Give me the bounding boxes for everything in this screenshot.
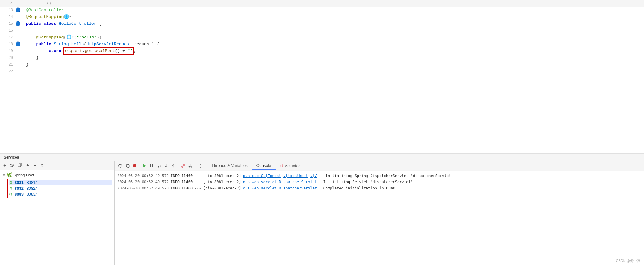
eye-button[interactable] (9, 163, 15, 168)
log-class-link-3[interactable]: o.s.web.servlet.DispatcherServlet (243, 185, 317, 191)
debug-icon-18: 🔵 (15, 41, 20, 48)
line-gutter-17: 17 (0, 34, 25, 41)
add-service-button[interactable]: + (2, 162, 7, 168)
bottom-panel: Services + × (0, 154, 644, 265)
link-button[interactable] (180, 163, 186, 168)
stop-button[interactable] (132, 163, 138, 168)
spring-leaf-icon: 🌿 (7, 172, 12, 177)
bottom-content: + × ▼ 🌿 (0, 161, 644, 265)
right-panel: ⋮ Threads & Variables Console ↺ Actuator… (115, 161, 644, 265)
sep2 (178, 163, 178, 168)
server-row-8083[interactable]: ⚙ 8083 :8083/ (9, 191, 112, 197)
code-line-17: 17 @GetMapping(🌐▾("/hello")) (0, 34, 644, 41)
step-out-button[interactable] (170, 163, 176, 168)
code-line-15: 15 🔵 public class HelloController { (0, 20, 644, 27)
console-output: 2024-05-20 00:52:49.572 INFO 11460 --- [… (115, 171, 644, 265)
svg-point-1 (11, 165, 12, 166)
line-gutter-18: 18 🔵 (0, 41, 25, 48)
gear-icon-8083: ⚙ (9, 192, 13, 197)
code-line-12: ·· 12 x) (0, 0, 644, 7)
server-list: ⚙ 8081 :8081/ ⚙ 8082 :8082/ ⚙ (0, 179, 114, 198)
server-group-box: ⚙ 8081 :8081/ ⚙ 8082 :8082/ ⚙ (7, 179, 113, 198)
run-button[interactable] (142, 163, 148, 168)
more-button[interactable]: ⋮ (197, 163, 203, 169)
line-gutter-15: 15 🔵 (0, 20, 25, 27)
port-link-8081[interactable]: :8081/ (25, 180, 37, 185)
code-line-13-text: @RestController (25, 7, 644, 14)
code-line-18-text: public String hello(HttpServletRequest r… (25, 41, 644, 48)
watermark: CSDN @何中弦 (616, 258, 640, 263)
code-line-22: 22 (0, 68, 644, 75)
code-line-21-text: } (25, 61, 644, 68)
svg-rect-6 (152, 164, 153, 167)
step-over-button[interactable] (156, 163, 162, 169)
gear-icon-8081: ⚙ (9, 180, 13, 185)
right-tabs: Threads & Variables Console ↺ Actuator (207, 162, 304, 170)
spring-boot-group: ▼ 🌿 Spring Boot ⚙ 8081 :8081/ (0, 171, 114, 199)
close-panel-button[interactable]: × (40, 162, 44, 168)
console-line-3: 2024-05-20 00:52:49.573 INFO 11460 --- [… (117, 185, 642, 191)
line-gutter-16: 16 (0, 27, 25, 34)
port-8083: 8083 (15, 192, 24, 197)
server-row-8081[interactable]: ⚙ 8081 :8081/ (9, 180, 112, 185)
port-link-8083[interactable]: :8083/ (25, 192, 37, 197)
code-line-17-text: @GetMapping(🌐▾("/hello")) (25, 34, 644, 41)
move-up-button[interactable] (25, 163, 30, 168)
code-line-19: 19 return request.getLocalPort() + ""; (0, 48, 644, 54)
svg-rect-5 (150, 164, 151, 167)
window-button[interactable] (17, 163, 23, 168)
port-8082: 8082 (15, 186, 24, 191)
sep1 (140, 163, 140, 168)
step-into-button[interactable] (163, 163, 169, 168)
port-link-8082[interactable]: :8082/ (25, 186, 37, 191)
svg-rect-3 (133, 164, 136, 167)
code-line-20-text: } (25, 54, 644, 61)
actuator-icon: ↺ (280, 163, 284, 168)
log-class-link-1[interactable]: o.a.c.c.C.[Tomcat].[localhost].[/] (243, 173, 319, 179)
line-gutter-22: 22 (0, 68, 25, 75)
gear-icon-8082: ⚙ (9, 186, 13, 191)
tab-actuator[interactable]: ↺ Actuator (276, 162, 304, 170)
code-line-21: 21 } (0, 61, 644, 68)
code-line-18: 18 🔵 public String hello(HttpServletRequ… (0, 41, 644, 48)
move-down-button[interactable] (32, 163, 38, 168)
sep3 (195, 163, 195, 168)
services-panel: + × ▼ 🌿 (0, 161, 115, 265)
line-gutter-19: 19 (0, 48, 25, 54)
svg-marker-4 (143, 164, 146, 167)
line-gutter-21: 21 (0, 61, 25, 68)
code-line-20: 20 } (0, 54, 644, 61)
spring-boot-label: Spring Boot (13, 173, 34, 177)
code-line-19-text: return request.getLocalPort() + ""; (25, 48, 644, 54)
group-chevron: ▼ (2, 173, 6, 177)
services-header: Services (0, 154, 644, 161)
code-editor: ·· 12 x) 13 🔵 @RestController 14 @Requ (0, 0, 644, 154)
debug-icon-15: 🔵 (15, 20, 20, 27)
line-gutter-20: 20 (0, 54, 25, 61)
cut-button[interactable] (187, 163, 193, 168)
tab-console[interactable]: Console (252, 162, 276, 170)
code-line-14: 14 @RequestMapping🌐▾ (0, 14, 644, 20)
reload-button[interactable] (117, 163, 123, 169)
code-line-15-text: public class HelloController { (25, 20, 644, 27)
line-gutter-12: ·· 12 (0, 0, 25, 7)
log-class-link-2[interactable]: o.s.web.servlet.DispatcherServlet (243, 179, 317, 185)
line-gutter-14: 14 (0, 14, 25, 20)
console-line-2: 2024-05-20 00:52:49.572 INFO 11460 --- [… (117, 179, 642, 185)
console-line-1: 2024-05-20 00:52:49.572 INFO 11460 --- [… (117, 173, 642, 179)
debug-icon-13: 🔵 (15, 7, 20, 14)
svg-point-0 (10, 164, 14, 167)
code-line-16: 16 (0, 27, 644, 34)
services-tree: ▼ 🌿 Spring Boot ⚙ 8081 :8081/ (0, 170, 114, 265)
line-gutter-13: 13 🔵 (0, 7, 25, 14)
code-line-12-text: x) (25, 0, 644, 7)
tab-threads-variables[interactable]: Threads & Variables (207, 162, 252, 170)
code-line-14-text: @RequestMapping🌐▾ (25, 14, 644, 20)
right-toolbar: ⋮ Threads & Variables Console ↺ Actuator (115, 161, 644, 171)
port-8081: 8081 (15, 180, 24, 185)
svg-rect-2 (18, 164, 21, 167)
spring-boot-group-header[interactable]: ▼ 🌿 Spring Boot (0, 172, 114, 178)
server-row-8082[interactable]: ⚙ 8082 :8082/ (9, 185, 112, 191)
reload2-button[interactable] (125, 163, 131, 169)
pause-button[interactable] (149, 163, 154, 168)
